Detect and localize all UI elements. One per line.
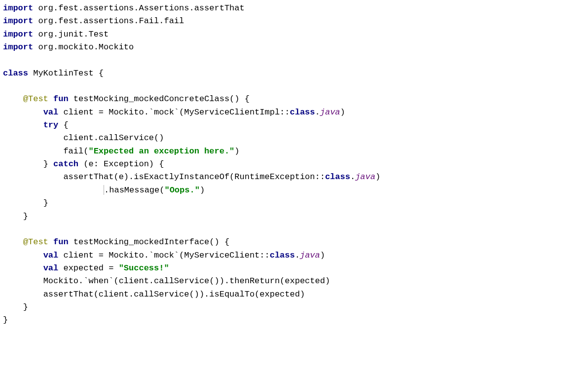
package-path: org.mockito.Mockito: [33, 42, 134, 52]
ext-java: java: [320, 108, 340, 117]
line: }: [3, 198, 48, 208]
line: client.callService(): [3, 133, 164, 143]
code-text: }: [23, 302, 28, 312]
indent: [3, 133, 63, 143]
keyword-val: val: [43, 108, 59, 117]
keyword-val: val: [43, 263, 59, 273]
package-path: org.junit.: [33, 30, 88, 39]
code-text: }: [3, 315, 8, 325]
string-literal: "Expected an exception here.": [88, 147, 234, 156]
func-decl: testMocking_mockedInterface() {: [69, 237, 229, 247]
code-text: expected =: [58, 263, 118, 273]
code-text: assertThat(client.callService()).isEqual…: [43, 290, 305, 299]
line: }: [3, 212, 28, 221]
line: assertThat(e).isExactlyInstanceOf(Runtim…: [3, 172, 380, 182]
keyword-import: import: [3, 3, 33, 13]
line: .hasMessage("Oops."): [3, 186, 205, 195]
line: val client = Mockito.`mock`(MyServiceCli…: [3, 251, 325, 260]
code-text: client = Mockito.`mock`(MyServiceClient:…: [58, 251, 269, 260]
line: import org.mockito.Mockito: [3, 42, 134, 52]
code-text: Mockito.`when`(client.callService()).the…: [43, 276, 331, 286]
annotation-test: @Test: [23, 94, 48, 104]
indent: [3, 172, 63, 182]
line: @Test fun testMocking_mockedConcreteClas…: [3, 94, 250, 104]
package-path: org.fest.assertions.Assertions.assertTha…: [33, 3, 244, 13]
indent: [3, 94, 23, 104]
line: fail("Expected an exception here."): [3, 147, 240, 156]
keyword-fun: fun: [48, 237, 69, 247]
string-literal: "Oops.": [164, 186, 199, 195]
keyword-class: class: [270, 251, 295, 260]
line: val expected = "Success!": [3, 263, 169, 273]
indent: [3, 186, 104, 195]
annotation-test: @Test: [23, 237, 48, 247]
class-decl: MyKotlinTest {: [28, 69, 104, 78]
func-decl: testMocking_mockedConcreteClass() {: [69, 94, 250, 104]
punct: .: [295, 251, 300, 260]
indent: [3, 302, 23, 312]
line: import org.junit.Test: [3, 30, 109, 39]
code-text: assertThat(e).isExactlyInstanceOf(Runtim…: [63, 172, 325, 182]
code-text: ): [234, 147, 239, 156]
keyword-class: class: [3, 69, 28, 78]
indent: [3, 147, 63, 156]
code-text: {: [58, 120, 68, 130]
indent: [3, 120, 43, 130]
punct: .: [315, 108, 320, 117]
code-text: client.callService(): [63, 133, 164, 143]
keyword-import: import: [3, 16, 33, 26]
indent: [3, 263, 43, 273]
indent: [3, 237, 23, 247]
code-text: (e: Exception) {: [78, 159, 164, 169]
string-literal: "Success!": [119, 263, 169, 273]
keyword-catch: catch: [53, 159, 78, 169]
line: import org.fest.assertions.Fail.fail: [3, 16, 184, 26]
keyword-val: val: [43, 251, 59, 260]
indent: [3, 290, 43, 299]
keyword-import: import: [3, 30, 33, 39]
code-text: client = Mockito.`mock`(MyServiceClientI…: [58, 108, 290, 117]
punct: ): [340, 108, 345, 117]
line: val client = Mockito.`mock`(MyServiceCli…: [3, 108, 345, 117]
line: }: [3, 315, 8, 325]
ext-java: java: [355, 172, 375, 182]
ext-java: java: [300, 251, 320, 260]
line: Mockito.`when`(client.callService()).the…: [3, 276, 330, 286]
line: try {: [3, 120, 69, 130]
code-text: ): [200, 186, 205, 195]
indent: [3, 276, 43, 286]
indent: [3, 198, 43, 208]
punct: ): [320, 251, 325, 260]
line: } catch (e: Exception) {: [3, 159, 164, 169]
line: class MyKotlinTest {: [3, 69, 104, 78]
keyword-fun: fun: [48, 94, 69, 104]
indent: [3, 159, 43, 169]
indent: [3, 108, 43, 117]
keyword-class: class: [325, 172, 350, 182]
code-text: }: [43, 159, 53, 169]
indent: [3, 212, 23, 221]
code-block: import org.fest.assertions.Assertions.as…: [3, 2, 585, 327]
indent: [3, 251, 43, 260]
keyword-import: import: [3, 42, 33, 52]
code-text: fail(: [63, 147, 88, 156]
line: }: [3, 302, 28, 312]
line: @Test fun testMocking_mockedInterface() …: [3, 237, 229, 247]
code-text: .hasMessage(: [104, 186, 164, 195]
class-ref: Test: [88, 30, 109, 39]
line: import org.fest.assertions.Assertions.as…: [3, 3, 245, 13]
keyword-class: class: [290, 108, 315, 117]
code-text: }: [23, 212, 28, 221]
punct: ): [375, 172, 380, 182]
punct: .: [350, 172, 355, 182]
code-text: }: [43, 198, 48, 208]
keyword-try: try: [43, 120, 59, 130]
package-path: org.fest.assertions.Fail.fail: [33, 16, 184, 26]
line: assertThat(client.callService()).isEqual…: [3, 290, 305, 299]
